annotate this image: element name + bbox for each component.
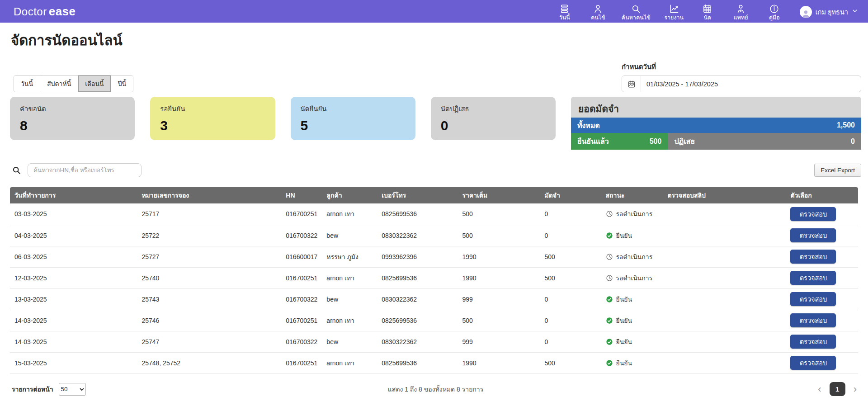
verify-button[interactable]: ตรวจสอบ: [790, 356, 836, 370]
check-circle-icon: [606, 338, 613, 345]
card-label: รอยืนยัน: [160, 104, 265, 114]
status-label: รอดำเนินการ: [616, 209, 653, 219]
nav-item-reports[interactable]: รายงาน: [664, 2, 684, 21]
status-label: ยืนยัน: [616, 337, 632, 347]
range-tab-group: วันนี้ สัปดาห์นี้ เดือนนี้ ปีนี้: [14, 75, 133, 92]
date-cell: 06-03-2025: [10, 246, 137, 267]
phone-cell: 0993962396: [377, 246, 458, 267]
full-price-cell: 999: [458, 288, 540, 310]
calendar-picker-button[interactable]: [622, 76, 641, 92]
per-page-select[interactable]: 50: [59, 383, 86, 396]
hn-cell: 016700251: [281, 267, 322, 288]
col-header-phone: เบอร์โทร: [377, 187, 458, 203]
customer-cell: bew: [322, 288, 377, 310]
manual-info-icon: [769, 4, 779, 14]
nav-label: คู่มือ: [769, 14, 780, 21]
status-cell: ยืนยัน: [601, 331, 663, 352]
nav-label: นัด: [703, 14, 711, 21]
slip-cell: [663, 331, 786, 352]
date-range-value: 01/03/2025 - 17/03/2025: [641, 76, 861, 92]
booking-no-cell: 25747: [137, 331, 281, 352]
tab-today[interactable]: วันนี้: [14, 76, 40, 92]
phone-cell: 0825699536: [377, 267, 458, 288]
deposit-cell: 500: [540, 267, 601, 288]
next-page-button[interactable]: ›: [851, 383, 859, 395]
verify-button[interactable]: ตรวจสอบ: [790, 313, 836, 327]
deposit-total-row: ทั้งหมด 1,500: [571, 118, 861, 133]
status-cell: ยืนยัน: [601, 352, 663, 373]
status-badge: ยืนยัน: [606, 337, 632, 347]
action-cell: ตรวจสอบ: [786, 225, 858, 246]
nav-item-manual[interactable]: คู่มือ: [764, 2, 784, 21]
brand-logo-bold: ease: [49, 5, 76, 19]
verify-button[interactable]: ตรวจสอบ: [790, 271, 836, 285]
deposit-cell: 0: [540, 331, 601, 352]
search-icon: [12, 165, 21, 175]
action-cell: ตรวจสอบ: [786, 246, 858, 267]
nav-item-search-patient[interactable]: ค้นหาคนไข้: [622, 2, 651, 21]
excel-export-button[interactable]: Excel Export: [814, 164, 861, 177]
appointments-tbody: 03-03-202525717016700251arnon เทา0825699…: [10, 203, 858, 373]
customer-cell: arnon เทา: [322, 310, 377, 331]
nav-item-patients[interactable]: คนไข้: [588, 2, 608, 21]
deposit-cell: 0: [540, 310, 601, 331]
col-header-booking-no: หมายเลขการจอง: [137, 187, 281, 203]
table-row: 04-03-202525722016700322bew0830322362500…: [10, 225, 858, 246]
patient-icon: [593, 4, 603, 14]
nav-item-doctors[interactable]: แพทย์: [731, 2, 751, 21]
tab-this-month[interactable]: เดือนนี้: [78, 76, 111, 92]
status-cell: รอดำเนินการ: [601, 267, 663, 288]
appointment-calendar-icon: [702, 4, 712, 14]
search-patient-icon: [631, 4, 641, 14]
verify-button[interactable]: ตรวจสอบ: [790, 292, 836, 306]
status-badge: รอดำเนินการ: [606, 252, 653, 262]
date-cell: 13-03-2025: [10, 288, 137, 310]
verify-button[interactable]: ตรวจสอบ: [790, 250, 836, 264]
verify-button[interactable]: ตรวจสอบ: [790, 228, 836, 242]
status-cell: รอดำเนินการ: [601, 246, 663, 267]
full-price-cell: 999: [458, 331, 540, 352]
nav-item-today[interactable]: วันนี้: [555, 2, 575, 21]
brand-logo[interactable]: Doctor ease: [14, 5, 76, 19]
col-header-slip-check: ตรวจสอบสลิป: [663, 187, 786, 203]
deposit-cell: 500: [540, 246, 601, 267]
prev-page-button[interactable]: ‹: [815, 383, 824, 395]
full-price-cell: 500: [458, 225, 540, 246]
table-row: 13-03-202525743016700322bew0830322362999…: [10, 288, 858, 310]
tab-this-week[interactable]: สัปดาห์นี้: [40, 76, 78, 92]
date-range-input[interactable]: 01/03/2025 - 17/03/2025: [622, 76, 861, 92]
card-label: นัดปฏิเสธ: [441, 104, 546, 114]
date-cell: 14-03-2025: [10, 310, 137, 331]
hn-cell: 016700251: [281, 310, 322, 331]
action-cell: ตรวจสอบ: [786, 203, 858, 225]
current-page-button[interactable]: 1: [830, 382, 845, 396]
user-menu[interactable]: เกม ยุทธนา: [800, 5, 858, 18]
status-cell: ยืนยัน: [601, 310, 663, 331]
deposit-panel-title: ยอดมัดจำ: [571, 97, 861, 118]
col-header-customer: ลูกค้า: [322, 187, 377, 203]
tab-this-year[interactable]: ปีนี้: [111, 76, 133, 92]
card-value: 8: [20, 118, 125, 133]
deposit-cell: 500: [540, 352, 601, 373]
verify-button[interactable]: ตรวจสอบ: [790, 335, 836, 349]
user-name: เกม ยุทธนา: [816, 7, 848, 17]
date-cell: 14-03-2025: [10, 331, 137, 352]
status-badge: ยืนยัน: [606, 358, 632, 368]
date-cell: 15-03-2025: [10, 352, 137, 373]
search-row: Excel Export: [10, 163, 861, 177]
status-cell: ยืนยัน: [601, 288, 663, 310]
booking-no-cell: 25722: [137, 225, 281, 246]
card-confirmed-appointments: นัดยืนยัน 5: [291, 97, 415, 140]
deposit-total-value: 1,500: [837, 121, 855, 129]
search-input[interactable]: [28, 163, 142, 177]
deposit-rejected-value: 0: [851, 137, 855, 146]
action-cell: ตรวจสอบ: [786, 310, 858, 331]
nav-item-appointments[interactable]: นัด: [698, 2, 717, 21]
hn-cell: 016700251: [281, 352, 322, 373]
doctor-icon: [736, 4, 746, 14]
verify-button[interactable]: ตรวจสอบ: [790, 207, 836, 221]
deposit-rejected-label: ปฏิเสธ: [674, 136, 695, 147]
check-circle-icon: [606, 232, 613, 239]
date-cell: 03-03-2025: [10, 203, 137, 225]
filters-row: วันนี้ สัปดาห์นี้ เดือนนี้ ปีนี้ กำหนดวั…: [10, 61, 861, 92]
